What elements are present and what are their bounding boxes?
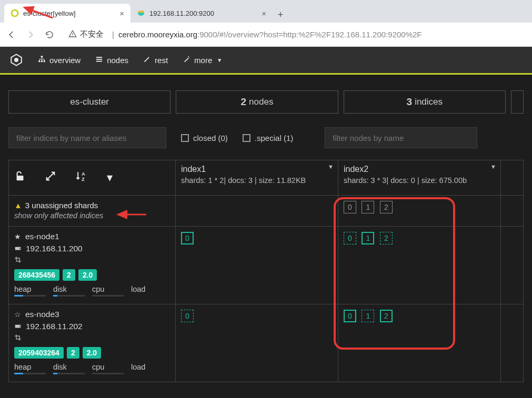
- nav-label: overview: [49, 56, 81, 65]
- filter-row: closed (0) .special (1): [0, 124, 532, 160]
- insecure-label: 不安全: [80, 29, 104, 39]
- cluster-name-box[interactable]: es-cluster: [8, 90, 170, 114]
- shards-table: AZ ▾ index1 shards: 1 * 2| docs: 3 | siz…: [8, 160, 524, 382]
- star-outline-icon: ☆: [14, 310, 21, 319]
- stat-heap: heap: [14, 363, 53, 371]
- extra-box[interactable]: [511, 90, 524, 114]
- svg-rect-12: [96, 59, 102, 60]
- shard-replica[interactable]: 1: [362, 310, 374, 322]
- svg-rect-7: [41, 56, 43, 57]
- svg-point-4: [72, 35, 73, 36]
- nav-overview[interactable]: overview: [38, 55, 81, 65]
- chevron-down-icon[interactable]: ▼: [490, 164, 496, 170]
- chevron-down-icon: ▼: [217, 57, 222, 63]
- list-icon: [95, 55, 103, 65]
- index-header-2[interactable]: index2 shards: 3 * 3| docs: 0 | size: 67…: [338, 160, 500, 189]
- url-host: cerebro.mooreyxia.org: [118, 30, 197, 39]
- unassigned-warning[interactable]: ▲ 3 unassigned shards: [14, 201, 170, 210]
- svg-point-20: [19, 248, 21, 249]
- nodes-count: 2: [241, 96, 247, 108]
- shard-replica[interactable]: 2: [380, 232, 393, 244]
- shard-primary[interactable]: 1: [362, 232, 374, 244]
- node-row-1: ★es-node1 192.168.11.200 268435456 2 2.0…: [9, 227, 524, 304]
- nav-rest[interactable]: rest: [143, 55, 168, 65]
- node-host: 192.168.11.202: [26, 322, 83, 331]
- url-path: :9000/#!/overview?host=http:%2F%2F192.16…: [197, 30, 422, 39]
- shard-replica[interactable]: 0: [344, 232, 356, 244]
- disk-icon: [14, 244, 22, 253]
- favicon-es-icon: [137, 9, 145, 17]
- close-icon[interactable]: ×: [119, 9, 124, 18]
- unlock-icon[interactable]: [14, 170, 26, 185]
- nodes-count-box[interactable]: 2nodes: [176, 90, 338, 114]
- summary-row: es-cluster 2nodes 3indices: [0, 75, 532, 124]
- chevron-down-icon[interactable]: ▼: [328, 164, 334, 170]
- special-label: .special (1): [255, 134, 293, 142]
- special-checkbox[interactable]: .special (1): [243, 134, 293, 142]
- svg-rect-13: [96, 61, 102, 62]
- filter-nodes-input[interactable]: [325, 127, 477, 148]
- svg-point-14: [188, 56, 189, 57]
- checkbox-icon: [243, 134, 250, 142]
- shard-unassigned[interactable]: 0: [344, 201, 356, 213]
- closed-checkbox[interactable]: closed (0): [181, 134, 228, 142]
- page-content: es-cluster 2nodes 3indices closed (0) .s…: [0, 75, 532, 398]
- node-stats: heap disk cpu load: [14, 285, 170, 297]
- node-host: 192.168.11.200: [26, 244, 83, 253]
- node-badges: 2059403264 2 2.0: [14, 347, 170, 359]
- close-icon[interactable]: ×: [262, 9, 266, 18]
- shard-unassigned[interactable]: 2: [380, 201, 393, 213]
- index-meta: shards: 3 * 3| docs: 0 | size: 675.00b: [344, 176, 495, 185]
- browser-tab-active[interactable]: es-cluster[yellow] ×: [4, 4, 131, 23]
- stat-disk: disk: [53, 363, 92, 371]
- badge: 2.0: [83, 347, 101, 359]
- stat-heap: heap: [14, 285, 53, 293]
- indices-count: 3: [407, 96, 413, 108]
- expand-icon[interactable]: [45, 170, 56, 185]
- nav-label: rest: [155, 56, 168, 65]
- svg-point-0: [12, 10, 18, 16]
- tab-title: es-cluster[yellow]: [23, 9, 115, 17]
- svg-rect-11: [96, 57, 102, 58]
- nav-more[interactable]: more ▼: [183, 55, 222, 65]
- chevron-down-icon[interactable]: ▾: [107, 171, 113, 185]
- table-header-controls: AZ ▾: [9, 160, 175, 195]
- reload-button[interactable]: [43, 28, 56, 41]
- badge: 2: [67, 347, 79, 359]
- node-name: es-node1: [25, 232, 59, 241]
- node-stats: heap disk cpu load: [14, 363, 170, 374]
- cerebro-logo-icon[interactable]: [9, 53, 23, 67]
- nav-nodes[interactable]: nodes: [95, 55, 128, 65]
- shard-unassigned[interactable]: 1: [362, 201, 374, 213]
- index-name: index1: [181, 165, 333, 174]
- browser-tab-inactive[interactable]: 192.168.11.200:9200 ×: [131, 4, 273, 23]
- shard-replica[interactable]: 0: [181, 310, 194, 322]
- svg-rect-10: [44, 60, 45, 62]
- back-button[interactable]: [5, 28, 18, 41]
- svg-point-2: [138, 11, 144, 13]
- svg-rect-16: [17, 176, 24, 180]
- shard-primary[interactable]: 0: [344, 310, 356, 322]
- closed-label: closed (0): [193, 134, 228, 142]
- crop-icon: [14, 334, 22, 343]
- tab-title: 192.168.11.200:9200: [149, 9, 257, 17]
- shard-primary[interactable]: 2: [380, 310, 393, 322]
- stat-cpu: cpu: [92, 363, 131, 371]
- address-bar[interactable]: 不安全 | cerebro.mooreyxia.org:9000/#!/over…: [62, 26, 527, 43]
- index-header-1[interactable]: index1 shards: 1 * 2| docs: 3 | size: 11…: [176, 160, 338, 189]
- svg-point-15: [189, 57, 190, 58]
- forward-button[interactable]: [24, 28, 37, 41]
- new-tab-button[interactable]: +: [273, 7, 288, 23]
- star-filled-icon: ★: [14, 232, 21, 241]
- filter-indices-input[interactable]: [8, 127, 166, 148]
- stat-load: load: [131, 285, 170, 293]
- wand-icon: [183, 55, 190, 65]
- node-badges: 268435456 2 2.0: [14, 269, 170, 281]
- warning-subtext[interactable]: show only affected indices: [14, 211, 170, 220]
- indices-count-box[interactable]: 3indices: [344, 90, 506, 114]
- nav-label: nodes: [107, 56, 128, 65]
- shard-primary[interactable]: 0: [181, 232, 194, 244]
- badge: 268435456: [14, 269, 59, 281]
- sort-az-icon[interactable]: AZ: [75, 170, 88, 185]
- nodes-label: nodes: [249, 97, 273, 107]
